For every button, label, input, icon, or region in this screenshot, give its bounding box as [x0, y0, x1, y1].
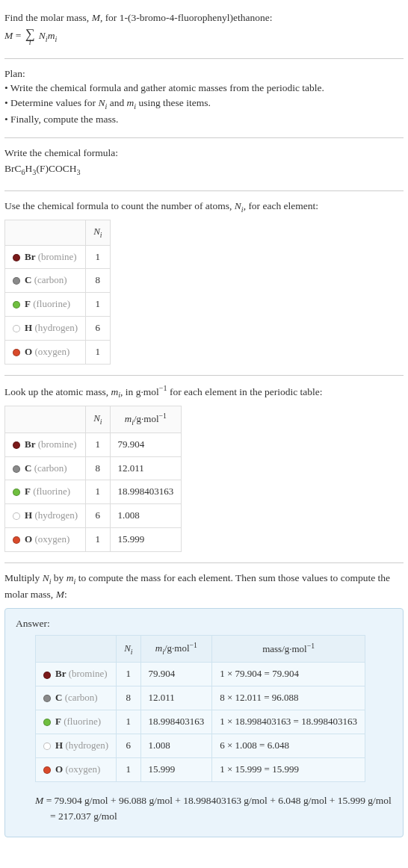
eq-equals: = [13, 30, 23, 41]
f-fcoch: (F)COCH [36, 163, 76, 174]
table-row: F (fluorine)1 [5, 293, 111, 317]
n-cell: 8 [86, 456, 110, 480]
table-row: H (hydrogen)61.008 [5, 504, 182, 528]
lookup-mi-m: m [111, 385, 118, 397]
n-cell: 6 [86, 504, 110, 528]
table-row: Br (bromine)179.9041 × 79.904 = 79.904 [36, 663, 365, 686]
element-dot-icon [13, 441, 20, 449]
count-table: Ni Br (bromine)1C (carbon)8F (fluorine)1… [4, 220, 111, 365]
element-cell: O (oxygen) [5, 340, 86, 364]
m-cell: 15.999 [140, 757, 212, 781]
element-dot-icon [13, 277, 20, 285]
lookup-heading: Look up the atomic mass, mi, in g·mol−1 … [4, 383, 404, 401]
count-heading: Use the chemical formula to count the nu… [4, 199, 404, 215]
mult-ni-n: N [43, 572, 49, 583]
element-cell: H (hydrogen) [5, 504, 86, 528]
n-cell: 1 [117, 757, 140, 781]
element-cell: Br (bromine) [5, 245, 86, 269]
intro-post: , for 1-(3-bromo-4-fluorophenyl)ethanone… [100, 12, 273, 23]
m-cell: 1.008 [110, 504, 182, 528]
m-cell: 79.904 [110, 433, 182, 456]
table-row: H (hydrogen)6 [5, 317, 111, 341]
answer-box: Answer: Ni mi/g·mol−1 mass/g·mol−1 Br (b… [4, 608, 404, 837]
mult-mi-m: m [67, 572, 74, 583]
plan-bullet-1: • Write the chemical formula and gather … [4, 81, 404, 96]
element-cell: C (carbon) [36, 686, 117, 710]
m-cell: 79.904 [140, 663, 212, 686]
element-dot-icon [43, 743, 51, 750]
n-cell: 6 [117, 734, 140, 758]
count-section: Use the chemical formula to count the nu… [4, 191, 404, 376]
element-dot-icon [43, 695, 51, 702]
n-cell: 1 [117, 710, 140, 734]
plan-heading: Plan: [4, 66, 404, 81]
m-cell: 18.998403163 [140, 710, 212, 734]
mult-a: Multiply [4, 572, 43, 583]
table-row: Ni [5, 220, 111, 245]
element-dot-icon [43, 766, 51, 774]
col-mass: mass/g·mol−1 [212, 636, 365, 663]
count-heading-pre: Use the chemical formula to count the nu… [4, 200, 235, 211]
element-cell: Br (bromine) [5, 433, 86, 456]
element-dot-icon [13, 301, 20, 309]
final-equation: M = 79.904 g/mol + 96.088 g/mol + 18.998… [35, 793, 392, 825]
n-cell: 1 [86, 245, 110, 269]
n-cell: 1 [117, 663, 140, 686]
formula-section: Write the chemical formula: BrC6H3(F)COC… [4, 138, 404, 191]
n-cell: 1 [86, 293, 110, 317]
element-dot-icon [13, 325, 20, 332]
eq-ni-n: N [39, 30, 46, 41]
col-ni: Ni [86, 406, 110, 433]
multiply-heading: Multiply Ni by mi to compute the mass fo… [4, 571, 404, 602]
n-cell: 8 [86, 269, 110, 293]
table-row: C (carbon)812.011 [5, 456, 182, 480]
table-row: F (fluorine)118.9984031631 × 18.99840316… [36, 710, 365, 734]
lookup-post: for each element in the periodic table: [167, 385, 323, 397]
element-cell: F (fluorine) [36, 710, 117, 734]
element-cell: C (carbon) [5, 456, 86, 480]
col-mi: mi/g·mol−1 [140, 636, 212, 663]
element-cell: F (fluorine) [5, 293, 86, 317]
count-heading-post: , for each element: [244, 200, 318, 211]
m-cell: 15.999 [110, 528, 182, 552]
element-dot-icon [43, 672, 51, 679]
eq-m: M [4, 30, 13, 41]
plan-b2-mid: and [107, 97, 126, 108]
element-cell: H (hydrogen) [36, 734, 117, 758]
table-row: C (carbon)8 [5, 269, 111, 293]
col-ni: Ni [86, 220, 110, 245]
mult-d: : [64, 589, 67, 600]
lookup-pre: Look up the atomic mass, [4, 385, 111, 397]
n-cell: 6 [86, 317, 110, 341]
col-empty [36, 636, 117, 663]
final-rest: = 79.904 g/mol + 96.088 g/mol + 18.99840… [43, 795, 392, 822]
mass-cell: 6 × 1.008 = 6.048 [212, 734, 365, 758]
element-cell: C (carbon) [5, 269, 86, 293]
element-cell: Br (bromine) [36, 663, 117, 686]
element-dot-icon [13, 512, 20, 520]
col-ni: Ni [117, 636, 140, 663]
f-3b: 3 [76, 168, 80, 176]
table-row: Br (bromine)1 [5, 245, 111, 269]
plan-bullet-3: • Finally, compute the mass. [4, 112, 404, 127]
table-row: O (oxygen)1 [5, 340, 111, 364]
eq-mi-i: i [55, 34, 57, 43]
n-cell: 1 [86, 528, 110, 552]
final-m: M [35, 795, 43, 806]
element-dot-icon [43, 719, 51, 726]
f-h: H [25, 163, 33, 174]
plan-b2-mi-m: m [127, 97, 135, 108]
mult-m: M [56, 589, 64, 600]
col-empty [5, 406, 86, 433]
intro-section: Find the molar mass, M, for 1-(3-bromo-4… [4, 3, 404, 59]
col-mi: mi/g·mol−1 [110, 406, 182, 433]
table-row: H (hydrogen)61.0086 × 1.008 = 6.048 [36, 734, 365, 758]
answer-label: Answer: [16, 616, 392, 631]
element-dot-icon [13, 536, 20, 544]
intro-var-m: M [92, 12, 100, 23]
table-row: Ni mi/g·mol−1 [5, 406, 182, 433]
lookup-mid: , in g·mol [120, 385, 159, 397]
table-row: Br (bromine)179.904 [5, 433, 182, 456]
sigma-icon: ∑i [25, 27, 35, 46]
element-dot-icon [13, 349, 20, 356]
